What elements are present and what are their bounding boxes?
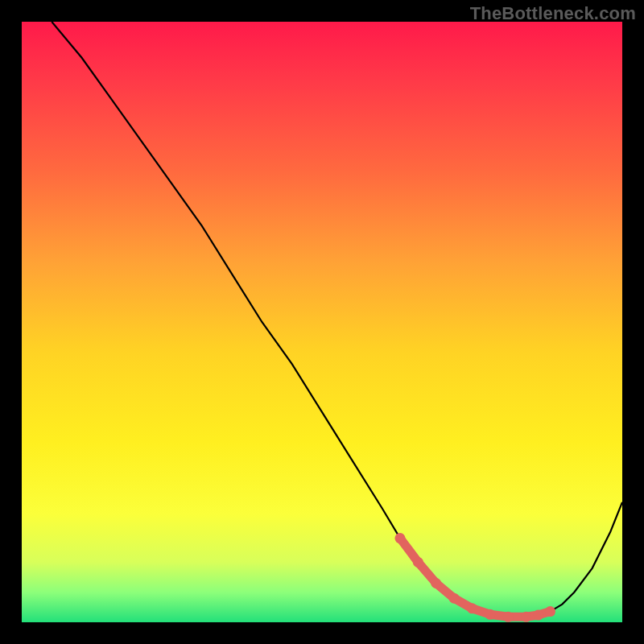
- marker-dot: [394, 533, 405, 543]
- marker-dot: [503, 612, 514, 622]
- chart-frame: TheBottleneck.com: [0, 0, 644, 644]
- marker-dot: [533, 610, 543, 621]
- marker-dot: [431, 578, 441, 588]
- marker-dot: [467, 603, 477, 613]
- plot-area: [22, 22, 622, 622]
- marker-dot: [485, 609, 495, 620]
- marker-dot: [413, 557, 423, 568]
- marker-dot: [521, 612, 531, 622]
- marker-dot: [449, 593, 460, 604]
- marker-dot: [545, 606, 555, 617]
- chart-svg: [22, 22, 622, 622]
- gradient-background: [22, 22, 622, 622]
